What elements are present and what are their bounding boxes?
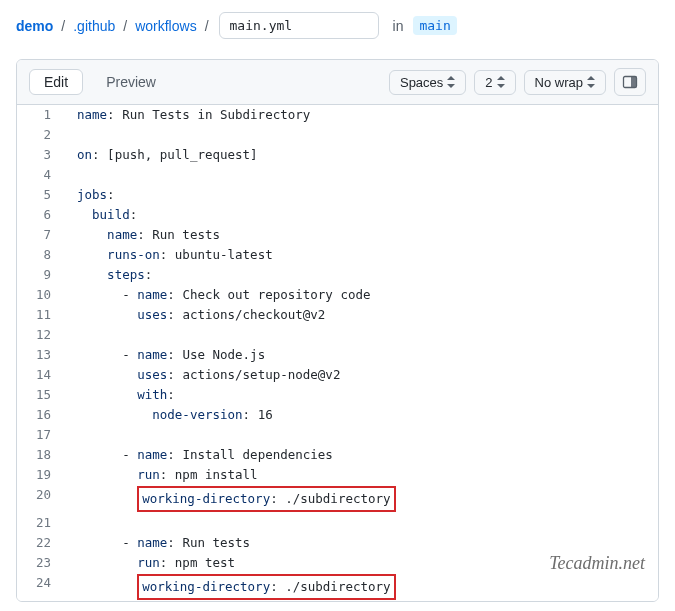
- code-content[interactable]: name: Run Tests in Subdirectory: [67, 105, 658, 125]
- line-number: 1: [17, 105, 67, 125]
- code-content[interactable]: working-directory: ./subdirectory: [67, 573, 658, 601]
- breadcrumb-sep: /: [119, 18, 131, 34]
- line-number: 10: [17, 285, 67, 305]
- code-content[interactable]: [67, 165, 658, 185]
- wrap-select[interactable]: No wrap: [524, 70, 606, 95]
- sort-icon: [497, 76, 505, 88]
- code-line[interactable]: 12: [17, 325, 658, 345]
- line-number: 8: [17, 245, 67, 265]
- code-content[interactable]: jobs:: [67, 185, 658, 205]
- breadcrumb-folder-workflows[interactable]: workflows: [135, 18, 196, 34]
- line-number: 23: [17, 553, 67, 573]
- code-content[interactable]: - name: Install dependencies: [67, 445, 658, 465]
- line-number: 17: [17, 425, 67, 445]
- svg-rect-1: [631, 77, 637, 88]
- line-number: 5: [17, 185, 67, 205]
- code-line[interactable]: 11 uses: actions/checkout@v2: [17, 305, 658, 325]
- indent-size-label: 2: [485, 75, 492, 90]
- sort-icon: [447, 76, 455, 88]
- code-line[interactable]: 1name: Run Tests in Subdirectory: [17, 105, 658, 125]
- code-line[interactable]: 22 - name: Run tests: [17, 533, 658, 553]
- code-content[interactable]: [67, 325, 658, 345]
- code-line[interactable]: 3on: [push, pull_request]: [17, 145, 658, 165]
- line-number: 20: [17, 485, 67, 513]
- line-number: 14: [17, 365, 67, 385]
- code-content[interactable]: node-version: 16: [67, 405, 658, 425]
- code-content[interactable]: on: [push, pull_request]: [67, 145, 658, 165]
- code-content[interactable]: - name: Check out repository code: [67, 285, 658, 305]
- line-number: 18: [17, 445, 67, 465]
- code-line[interactable]: 24 working-directory: ./subdirectory: [17, 573, 658, 601]
- line-number: 22: [17, 533, 67, 553]
- code-content[interactable]: runs-on: ubuntu-latest: [67, 245, 658, 265]
- sort-icon: [587, 76, 595, 88]
- filename-input[interactable]: [219, 12, 379, 39]
- line-number: 21: [17, 513, 67, 533]
- code-line[interactable]: 21: [17, 513, 658, 533]
- breadcrumb-folder-github[interactable]: .github: [73, 18, 115, 34]
- code-content[interactable]: [67, 513, 658, 533]
- indent-mode-label: Spaces: [400, 75, 443, 90]
- in-label: in: [393, 18, 404, 34]
- branch-badge[interactable]: main: [413, 16, 456, 35]
- line-number: 15: [17, 385, 67, 405]
- code-line[interactable]: 7 name: Run tests: [17, 225, 658, 245]
- code-line[interactable]: 6 build:: [17, 205, 658, 225]
- tab-preview[interactable]: Preview: [91, 69, 171, 95]
- code-line[interactable]: 4: [17, 165, 658, 185]
- editor-frame: Edit Preview Spaces 2 No wrap: [16, 59, 659, 602]
- code-content[interactable]: run: npm install: [67, 465, 658, 485]
- code-content[interactable]: build:: [67, 205, 658, 225]
- highlight-box: working-directory: ./subdirectory: [137, 486, 395, 512]
- line-number: 24: [17, 573, 67, 601]
- line-number: 9: [17, 265, 67, 285]
- highlight-box: working-directory: ./subdirectory: [137, 574, 395, 600]
- code-editor[interactable]: 1name: Run Tests in Subdirectory2 3on: […: [17, 105, 658, 601]
- code-content[interactable]: - name: Use Node.js: [67, 345, 658, 365]
- line-number: 4: [17, 165, 67, 185]
- breadcrumb-sep: /: [201, 18, 213, 34]
- code-line[interactable]: 14 uses: actions/setup-node@v2: [17, 365, 658, 385]
- code-content[interactable]: - name: Run tests: [67, 533, 658, 553]
- code-line[interactable]: 23 run: npm test: [17, 553, 658, 573]
- line-number: 6: [17, 205, 67, 225]
- line-number: 11: [17, 305, 67, 325]
- code-content[interactable]: [67, 125, 658, 145]
- wrap-label: No wrap: [535, 75, 583, 90]
- indent-size-select[interactable]: 2: [474, 70, 515, 95]
- breadcrumb: demo / .github / workflows / in main: [0, 0, 675, 59]
- line-number: 16: [17, 405, 67, 425]
- code-line[interactable]: 19 run: npm install: [17, 465, 658, 485]
- code-line[interactable]: 20 working-directory: ./subdirectory: [17, 485, 658, 513]
- code-line[interactable]: 18 - name: Install dependencies: [17, 445, 658, 465]
- code-content[interactable]: uses: actions/setup-node@v2: [67, 365, 658, 385]
- line-number: 13: [17, 345, 67, 365]
- code-content[interactable]: steps:: [67, 265, 658, 285]
- breadcrumb-repo[interactable]: demo: [16, 18, 53, 34]
- code-content[interactable]: name: Run tests: [67, 225, 658, 245]
- layout-toggle-button[interactable]: [614, 68, 646, 96]
- code-line[interactable]: 9 steps:: [17, 265, 658, 285]
- code-line[interactable]: 15 with:: [17, 385, 658, 405]
- code-content[interactable]: [67, 425, 658, 445]
- code-line[interactable]: 17: [17, 425, 658, 445]
- line-number: 7: [17, 225, 67, 245]
- code-line[interactable]: 13 - name: Use Node.js: [17, 345, 658, 365]
- code-line[interactable]: 5jobs:: [17, 185, 658, 205]
- code-content[interactable]: working-directory: ./subdirectory: [67, 485, 658, 513]
- code-line[interactable]: 10 - name: Check out repository code: [17, 285, 658, 305]
- code-line[interactable]: 16 node-version: 16: [17, 405, 658, 425]
- sidebar-collapse-icon: [622, 74, 638, 90]
- indent-mode-select[interactable]: Spaces: [389, 70, 466, 95]
- code-line[interactable]: 8 runs-on: ubuntu-latest: [17, 245, 658, 265]
- line-number: 2: [17, 125, 67, 145]
- line-number: 19: [17, 465, 67, 485]
- tab-edit[interactable]: Edit: [29, 69, 83, 95]
- code-content[interactable]: uses: actions/checkout@v2: [67, 305, 658, 325]
- breadcrumb-sep: /: [57, 18, 69, 34]
- toolbar: Edit Preview Spaces 2 No wrap: [17, 60, 658, 105]
- code-line[interactable]: 2: [17, 125, 658, 145]
- line-number: 12: [17, 325, 67, 345]
- code-content[interactable]: run: npm test: [67, 553, 658, 573]
- code-content[interactable]: with:: [67, 385, 658, 405]
